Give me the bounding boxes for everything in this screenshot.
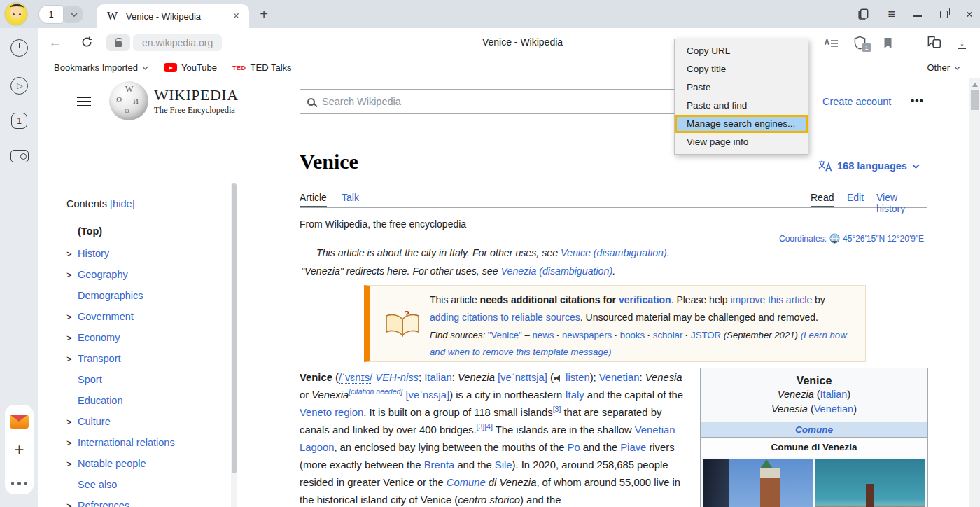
media-play-icon[interactable]: ▷: [0, 77, 38, 95]
expand-chevron-icon[interactable]: >: [66, 501, 78, 507]
bookmarks-other-folder[interactable]: Other: [927, 62, 960, 73]
create-account-link[interactable]: Create account: [822, 96, 891, 107]
tab-article[interactable]: Article: [300, 192, 327, 207]
chevron-down-icon: [142, 66, 148, 70]
bookmark-ted-talks[interactable]: TED TED Talks: [232, 62, 292, 73]
menu-item-copy-title[interactable]: Copy title: [675, 60, 808, 78]
address-bar[interactable]: en.wikipedia.org: [133, 34, 222, 51]
tab-group-count[interactable]: 1: [39, 6, 63, 23]
expand-chevron-icon[interactable]: >: [66, 249, 78, 259]
wiki-more-menu-icon[interactable]: •••: [911, 95, 924, 106]
screenshot-camera-icon[interactable]: [0, 150, 38, 162]
toc-item[interactable]: >International relations: [66, 432, 227, 453]
expand-chevron-icon[interactable]: >: [66, 354, 78, 364]
tab-counter-icon[interactable]: 1: [0, 113, 38, 129]
wikipedia-wordmark[interactable]: WIKIPEDIA The Free Encyclopedia: [154, 86, 239, 116]
infobox-comune-name: Comune di Venezia: [701, 438, 927, 457]
menu-item-copy-url[interactable]: Copy URL: [675, 42, 808, 60]
toc-item[interactable]: >Economy: [66, 327, 227, 348]
toc-item[interactable]: >Geography: [66, 264, 227, 285]
toc-item-top[interactable]: (Top): [78, 225, 227, 237]
coordinates-value[interactable]: 45°26′15″N 12°20′9″E: [843, 234, 924, 244]
browser-tab[interactable]: W Venice - Wikipedia ×: [97, 4, 249, 28]
minimize-icon[interactable]: [913, 15, 922, 17]
hatnote-disambiguation: This article is about the city in Italy.…: [316, 247, 670, 258]
toc-item[interactable]: >Culture: [66, 411, 227, 432]
wikipedia-logo-globe[interactable]: WΩИω: [109, 81, 148, 120]
bookmark-icon[interactable]: [883, 36, 893, 50]
contents-header: Contents [hide]: [66, 198, 227, 209]
tab-edit[interactable]: Edit: [847, 192, 864, 203]
toc-scrollbar-thumb[interactable]: [232, 183, 237, 473]
page-scrollbar[interactable]: [969, 78, 980, 507]
mail-app-icon[interactable]: [10, 415, 29, 429]
languages-icon: [818, 160, 832, 172]
expand-chevron-icon[interactable]: >: [66, 438, 78, 448]
expand-chevron-icon[interactable]: >: [66, 270, 78, 280]
expand-chevron-icon[interactable]: >: [66, 459, 78, 469]
wiki-main-menu-icon[interactable]: [77, 97, 91, 106]
profile-avatar[interactable]: [4, 2, 28, 26]
tab-group-chip[interactable]: 1: [39, 6, 83, 23]
language-selector[interactable]: 168 languages: [818, 160, 920, 172]
expand-chevron-icon[interactable]: >: [66, 417, 78, 427]
photo-lagoon-aerial[interactable]: [816, 459, 926, 507]
scroll-up-arrow-icon[interactable]: [972, 83, 978, 87]
search-icon: [307, 98, 315, 106]
tab-group-chevron[interactable]: [64, 6, 83, 23]
globe-icon: [830, 233, 840, 244]
tab-view-history[interactable]: View history: [876, 192, 927, 214]
toc-item[interactable]: >Notable people: [66, 453, 227, 474]
reload-icon[interactable]: [80, 36, 94, 52]
add-app-icon[interactable]: +: [14, 441, 24, 458]
toc-item[interactable]: >References: [66, 495, 227, 507]
menu-item-paste[interactable]: Paste: [675, 78, 808, 97]
toc-item[interactable]: >Transport: [66, 348, 227, 369]
close-window-icon[interactable]: ×: [966, 8, 973, 20]
toc-item[interactable]: >History: [66, 243, 227, 264]
toc-scrollbar[interactable]: [231, 183, 237, 507]
menu-item-view-page-info[interactable]: View page info: [675, 133, 808, 151]
toc-hide-link[interactable]: [hide]: [110, 198, 134, 209]
menu-item-paste-and-find[interactable]: Paste and find: [675, 97, 808, 115]
history-clock-icon[interactable]: [0, 39, 38, 57]
bookmarks-imported-folder[interactable]: Bookmarks Imported: [54, 62, 148, 73]
toc-item[interactable]: Education: [66, 390, 227, 411]
site-security-chip[interactable]: [106, 34, 130, 51]
toc-item[interactable]: >Government: [66, 306, 227, 327]
collections-icon[interactable]: [925, 35, 943, 50]
tab-talk[interactable]: Talk: [342, 192, 359, 203]
bookmark-youtube[interactable]: YouTube: [164, 62, 217, 73]
sidebar-more-icon[interactable]: [0, 482, 38, 485]
lock-icon: [115, 41, 122, 47]
infobox-comune-band: Comune: [701, 422, 927, 438]
coordinates[interactable]: Coordinates: 45°26′15″N 12°20′9″E: [779, 233, 924, 244]
youtube-icon: [164, 63, 177, 72]
menu-item-manage-search-engines[interactable]: Manage search engines...: [675, 115, 808, 133]
hatnote-redirect: "Venezia" redirects here. For other uses…: [301, 265, 615, 277]
lead-paragraph: Venice (/ˈvɛnɪs/ VEH-niss; Italian: Vene…: [300, 369, 694, 507]
infobox: Venice Venezia (Italian) Venesia (Veneti…: [700, 368, 928, 507]
article-tabs: Article Talk Read Edit View history: [300, 192, 927, 208]
tab-read[interactable]: Read: [811, 192, 834, 207]
reader-mode-icon[interactable]: A: [825, 39, 838, 46]
browser-menu-icon[interactable]: ≡: [888, 7, 896, 22]
wikipedia-favicon: W: [107, 10, 118, 22]
address-bar-context-menu: Copy URL Copy title Paste Paste and find…: [674, 39, 808, 155]
expand-chevron-icon[interactable]: >: [66, 333, 78, 343]
back-icon[interactable]: ←: [48, 34, 62, 50]
tab-panels-icon[interactable]: [856, 7, 870, 21]
expand-chevron-icon[interactable]: >: [66, 312, 78, 322]
photo-campanile[interactable]: [703, 459, 813, 507]
maximize-icon[interactable]: [940, 11, 948, 18]
page-scrollbar-thumb[interactable]: [971, 90, 979, 110]
coordinates-label[interactable]: Coordinates:: [779, 234, 827, 244]
toc-item[interactable]: Demographics: [66, 285, 227, 306]
toc-item[interactable]: Sport: [66, 369, 227, 390]
protect-shield-icon[interactable]: 1: [853, 35, 867, 50]
browser-titlebar: 1 W Venice - Wikipedia × + ≡ ×: [0, 0, 980, 28]
new-tab-button[interactable]: +: [255, 5, 273, 23]
downloads-icon[interactable]: ↓: [958, 36, 966, 49]
tab-close-icon[interactable]: ×: [230, 9, 242, 23]
toc-item[interactable]: See also: [66, 474, 227, 495]
